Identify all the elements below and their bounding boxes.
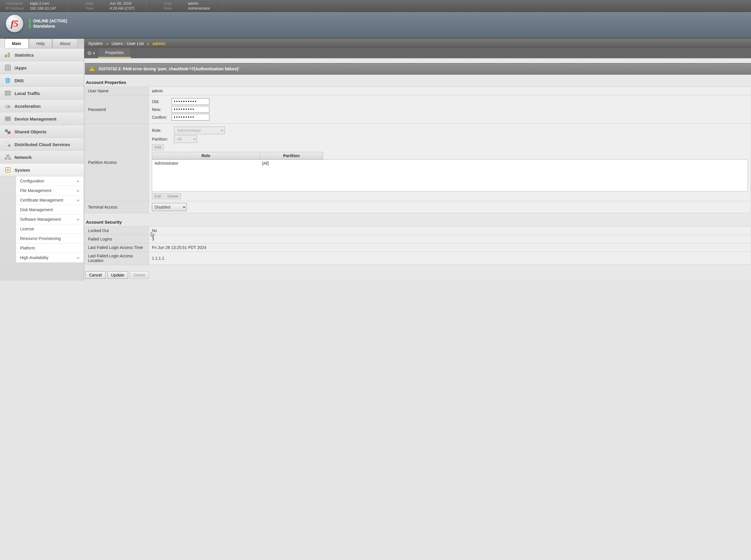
last-failed-location-label: Last Failed Login Access Location (85, 252, 149, 265)
account-security-table: Locked Out No Failed Logins 3 Last Faile… (85, 226, 751, 265)
warning-banner: 01070732:3: PAM error during 'pam_chauth… (85, 63, 751, 75)
tab-main[interactable]: Main (5, 39, 28, 48)
svg-rect-5 (8, 66, 9, 67)
th-role: Role (152, 152, 260, 159)
delete-button: Delete (130, 271, 149, 279)
subnav-high-availability[interactable]: High Availability▶ (16, 253, 84, 263)
subnav-file-management[interactable]: File Management▶ (16, 186, 84, 196)
sidebar-item-statistics[interactable]: Statistics (0, 48, 84, 61)
terminal-access-select[interactable]: Disabled (152, 203, 187, 211)
crumb-final: admin (153, 41, 165, 46)
subnav-platform[interactable]: Platform (16, 243, 84, 253)
svg-rect-24 (9, 158, 11, 159)
new-password-label: New: (152, 107, 169, 112)
system-subnav: Configuration▶ File Management▶ Certific… (16, 176, 84, 263)
sidebar-item-acceleration[interactable]: Acceleration (0, 100, 84, 113)
sidebar-item-iapps[interactable]: iApps (0, 61, 84, 74)
new-password-input[interactable] (171, 106, 209, 113)
sidebar-label-cloud: Distributed Cloud Services (15, 142, 70, 147)
svg-rect-23 (5, 158, 7, 159)
f5-logo-icon: f5 (6, 15, 23, 32)
sidebar-item-dns[interactable]: DNS (0, 74, 84, 87)
chevron-right-icon: ▶ (77, 179, 80, 183)
banner: f5 ONLINE (ACTIVE) Standalone (0, 12, 751, 39)
old-password-input[interactable] (171, 98, 209, 105)
delete-pa-button: Delete (165, 193, 181, 199)
svg-point-13 (6, 94, 6, 95)
svg-rect-4 (6, 66, 7, 67)
sidebar-item-shared-objects[interactable]: Shared Objects (0, 125, 84, 138)
sidebar: Main Help About Statistics iApps DNS (0, 39, 84, 281)
section-tab-properties[interactable]: Properties (98, 48, 131, 58)
cloud-icon (4, 141, 12, 147)
hostname-label: Hostname (6, 1, 27, 5)
svg-rect-17 (5, 118, 11, 119)
sidebar-item-network[interactable]: Network (0, 151, 84, 163)
mode-indicator-icon (29, 24, 31, 28)
partition-label: Partition: (152, 137, 171, 141)
crumb-sep-icon: ›› (106, 41, 108, 46)
chevron-right-icon: ▶ (77, 256, 80, 260)
crumb-root[interactable]: System (88, 41, 103, 46)
svg-point-12 (6, 92, 6, 92)
mode-status: Standalone (29, 24, 67, 28)
account-properties-title: Account Properties (85, 78, 751, 86)
system-icon (4, 167, 12, 173)
time-label: Time (85, 6, 107, 11)
partition-access-list[interactable]: Administrator [All] (152, 159, 748, 192)
terminal-access-label: Terminal Access (85, 201, 149, 213)
warning-icon (89, 66, 95, 72)
update-button[interactable]: Update (107, 271, 128, 279)
svg-point-28 (89, 53, 90, 54)
user-value: admin (188, 1, 198, 5)
sidebar-item-local-traffic[interactable]: Local Traffic (0, 87, 84, 100)
confirm-password-label: Confirm: (152, 115, 169, 120)
statistics-icon (4, 52, 12, 58)
subnav-resource-provisioning[interactable]: Resource Provisioning (16, 234, 84, 243)
old-password-label: Old: (152, 99, 169, 104)
cancel-button[interactable]: Cancel (85, 271, 106, 279)
account-properties-table: User Name admin Password Old: New: Confi… (85, 86, 751, 213)
svg-rect-20 (7, 131, 11, 134)
role-value: Administrator (188, 6, 210, 11)
role-label: Role (164, 6, 186, 11)
svg-rect-1 (7, 54, 8, 57)
warning-text: 01070732:3: PAM error during 'pam_chauth… (99, 66, 239, 71)
svg-rect-6 (6, 68, 7, 69)
hostname-value: bigip-2.com (30, 1, 49, 5)
content-area: System ›› Users : User List ›› admin ▾ P… (84, 39, 751, 281)
username-value: admin (149, 87, 751, 95)
svg-rect-16 (5, 117, 11, 118)
gear-icon (87, 51, 92, 56)
gear-menu-button[interactable]: ▾ (84, 48, 98, 58)
subnav-license[interactable]: License (16, 224, 84, 234)
sidebar-label-dns: DNS (15, 78, 24, 83)
sidebar-label-local-traffic: Local Traffic (15, 91, 40, 96)
subnav-configuration[interactable]: Configuration▶ (16, 176, 84, 186)
last-failed-time-label: Last Failed Login Access Time (85, 243, 149, 252)
sidebar-label-iapps: iApps (15, 65, 27, 70)
svg-rect-29 (92, 68, 93, 69)
sidebar-label-network: Network (15, 155, 32, 160)
last-failed-time-value: Fri Jun 28 13:25:51 PDT 2024 (149, 243, 751, 252)
sidebar-item-system[interactable]: System (0, 163, 84, 176)
failed-logins-value: 3 (152, 237, 154, 241)
tab-about[interactable]: About (53, 39, 78, 48)
sidebar-item-cloud[interactable]: Distributed Cloud Services (0, 138, 84, 151)
crumb-sep-icon: ›› (147, 41, 149, 46)
svg-rect-2 (8, 53, 9, 57)
sidebar-label-statistics: Statistics (15, 53, 34, 58)
subnav-software-management[interactable]: Software Management▶ (16, 215, 84, 224)
locked-out-value: No (149, 226, 751, 235)
tab-help[interactable]: Help (29, 39, 52, 48)
confirm-password-input[interactable] (171, 114, 209, 121)
subnav-certificate-management[interactable]: Certificate Management▶ (16, 196, 84, 205)
subnav-disk-management[interactable]: Disk Management (16, 205, 84, 215)
svg-point-15 (7, 107, 8, 108)
chevron-right-icon: ▶ (77, 189, 80, 193)
status-indicator-icon (29, 19, 31, 23)
sidebar-item-device-management[interactable]: Device Management (0, 113, 84, 125)
shapes-icon (4, 128, 12, 135)
crumb-mid[interactable]: Users : User List (111, 41, 144, 46)
sidebar-label-shared-objects: Shared Objects (15, 129, 46, 134)
